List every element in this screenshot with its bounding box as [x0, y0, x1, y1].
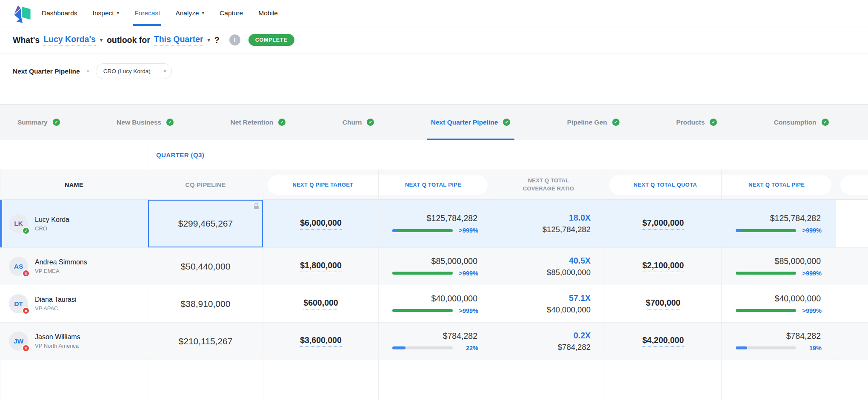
cq-pipeline-cell[interactable]: $50,440,000	[148, 248, 263, 285]
progress-fill	[392, 229, 453, 232]
person-selector[interactable]: Lucy Korda's	[43, 34, 96, 45]
avatar: JW ✕	[9, 332, 28, 351]
table-row[interactable]: AS ✕ Andrea Simmons VP EMEA $50,440,000 …	[0, 248, 868, 285]
nav-item-mobile[interactable]: Mobile	[258, 0, 278, 26]
check-circle-icon: ✓	[278, 119, 286, 126]
progress: >999%	[392, 227, 478, 234]
tab-churn[interactable]: Churn✓	[343, 105, 374, 140]
question-prefix: What's	[13, 35, 40, 45]
tab-products[interactable]: Products✓	[676, 105, 717, 140]
tab-summary[interactable]: Summary✓	[17, 105, 60, 140]
table-row[interactable]: DT ✕ Diana Taurasi VP APAC $38,910,000 $…	[0, 285, 868, 323]
owner-dropdown[interactable]: CRO (Lucy Korda) ▾	[96, 63, 172, 79]
pipe-target-cell: $600,000	[263, 285, 378, 322]
total-pipe-cell-2: $784,282 19%	[721, 323, 836, 360]
separator-dot	[87, 70, 89, 72]
table-row[interactable]: JW ✕ Jason Williams VP North America $21…	[0, 323, 868, 360]
person-info: Lucy Korda CRO	[35, 216, 69, 232]
progress-track	[736, 309, 796, 312]
coverage-ratio: 0.2X	[505, 331, 591, 340]
avatar-initials: AS	[14, 263, 23, 270]
cq-pipeline-cell[interactable]: $38,910,000	[148, 285, 263, 322]
nav-items: Dashboards Inspect▾ Forecast Analyze▾ Ca…	[42, 0, 278, 26]
editable-value[interactable]: $2,100,000	[642, 261, 684, 272]
pipe-metric: $784,282 19%	[736, 331, 822, 352]
col-header-pill[interactable]: NEXT Q PIPE TARGET	[268, 175, 378, 195]
progress-track	[392, 272, 453, 275]
col-header-label: NEXT Q TOTAL PIPE	[405, 182, 461, 188]
col-header-total-pipe: NEXT Q TOTAL PIPE	[378, 170, 492, 199]
nav-label: Analyze	[175, 9, 199, 17]
coverage-cell: 18.0X $125,784,282	[492, 200, 605, 247]
editable-value[interactable]: $7,000,000	[642, 218, 684, 230]
bar-blue-cap	[392, 229, 398, 232]
tab-pipeline-gen[interactable]: Pipeline Gen✓	[567, 105, 620, 140]
check-circle-icon: ✓	[503, 119, 510, 126]
nav-item-dashboards[interactable]: Dashboards	[42, 0, 77, 26]
total-pipe-cell: $40,000,000 >999%	[378, 285, 492, 322]
tab-label: Next Quarter Pipeline	[431, 119, 498, 126]
coverage-metric: 18.0X $125,784,282	[505, 213, 591, 234]
question-suffix: ?	[214, 35, 220, 45]
editable-value[interactable]: $3,600,000	[300, 335, 342, 347]
nav-item-forecast[interactable]: Forecast	[134, 0, 160, 26]
quarter-spacer	[0, 140, 148, 170]
tab-next-quarter-pipeline[interactable]: Next Quarter Pipeline✓	[431, 105, 511, 140]
person-title: VP North America	[35, 343, 80, 349]
progress-label: >999%	[796, 227, 822, 234]
progress-track	[392, 229, 453, 232]
period-selector[interactable]: This Quarter	[154, 34, 203, 45]
app: Dashboards Inspect▾ Forecast Analyze▾ Ca…	[0, 0, 868, 400]
nav-label: Dashboards	[42, 9, 77, 17]
chevron-down-icon[interactable]: ▾	[208, 37, 210, 43]
col-header-pill[interactable]: NEXT Q TOTAL PIPE	[379, 175, 488, 195]
person-info: Jason Williams VP North America	[35, 333, 80, 349]
tab-consumption[interactable]: Consumption✓	[774, 105, 829, 140]
editable-value[interactable]: $600,000	[303, 298, 338, 309]
nav-item-capture[interactable]: Capture	[220, 0, 243, 26]
avatar: AS ✕	[9, 257, 28, 276]
editable-value[interactable]: $1,800,000	[300, 261, 342, 272]
check-circle-icon: ✓	[710, 119, 717, 126]
view-title: Next Quarter Pipeline	[13, 68, 80, 75]
col-header-cq-pipeline: CQ PIPELINE	[148, 170, 263, 199]
chevron-down-icon[interactable]: ▾	[158, 68, 172, 74]
clari-logo-icon[interactable]	[13, 3, 32, 23]
cq-pipeline-value: $210,115,267	[179, 336, 233, 346]
editable-value[interactable]: $700,000	[646, 298, 680, 309]
empty-cell	[836, 323, 868, 360]
tab-label: Products	[676, 119, 705, 126]
pipe-target-cell: $1,800,000	[263, 248, 378, 285]
nav-label: Mobile	[258, 9, 278, 17]
cq-pipeline-cell-selected[interactable]: $299,465,267	[148, 200, 263, 247]
progress-label: 19%	[796, 345, 822, 352]
cq-pipeline-cell[interactable]: $210,115,267	[148, 323, 263, 360]
nav-item-analyze[interactable]: Analyze▾	[175, 0, 204, 26]
cq-pipeline-value: $38,910,000	[181, 299, 231, 309]
info-icon[interactable]: i	[229, 34, 240, 45]
bar-blue-cap	[736, 229, 741, 232]
col-header-pill[interactable]: NEXT Q TOTAL PIPE	[722, 175, 831, 195]
progress-fill	[392, 272, 453, 275]
editable-value[interactable]: $4,200,000	[642, 335, 684, 347]
col-header-pill[interactable]: NEXT Q TOTAL QUOTA	[609, 175, 721, 195]
col-header-name: NAME	[0, 170, 148, 199]
total-pipe-cell-2: $125,784,282 >999%	[721, 200, 836, 247]
col-header-total-pipe-2: NEXT Q TOTAL PIPE	[721, 170, 836, 199]
tab-new-business[interactable]: New Business✓	[117, 105, 174, 140]
progress-track	[736, 346, 796, 349]
progress-label: >999%	[453, 270, 478, 277]
editable-value[interactable]: $6,000,000	[300, 218, 342, 230]
pipe-value: $40,000,000	[736, 294, 822, 304]
nav-item-inspect[interactable]: Inspect▾	[93, 0, 120, 26]
x-badge-icon: ✕	[22, 307, 30, 315]
progress-track	[736, 272, 796, 275]
table-row[interactable]: LK ✓ Lucy Korda CRO $299,465,267 $6,000,…	[0, 200, 868, 248]
chevron-down-icon[interactable]: ▾	[100, 37, 103, 43]
tab-net-retention[interactable]: Net Retention✓	[231, 105, 286, 140]
person-title: VP EMEA	[35, 268, 87, 274]
nav-label: Forecast	[134, 9, 160, 17]
col-header-label: NEXT Q TOTALCOVERAGE RATIO	[523, 177, 574, 192]
quarter-group-row: QUARTER (Q3)	[0, 140, 868, 170]
lock-icon	[254, 203, 259, 210]
